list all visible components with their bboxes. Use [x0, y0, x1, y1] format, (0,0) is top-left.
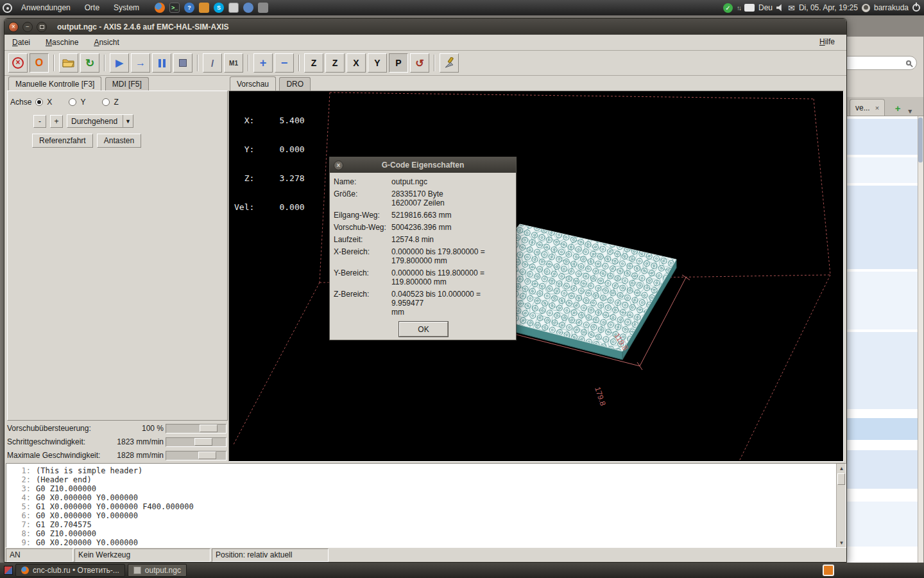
keyboard-indicator-icon[interactable]: [744, 4, 755, 12]
help-launcher-icon[interactable]: ?: [184, 3, 194, 13]
slider-handle[interactable]: [200, 425, 218, 432]
zoom-in-icon: +: [260, 57, 267, 70]
editor-launcher-icon[interactable]: [258, 3, 268, 13]
taskbar-item-browser[interactable]: cnc-club.ru • Ответить-...: [15, 564, 125, 577]
toolbar-separator: [434, 55, 435, 71]
user-icon[interactable]: [862, 4, 870, 12]
clock[interactable]: Di, 05. Apr, 19:25: [799, 3, 858, 12]
block-delete-toggle[interactable]: /: [203, 53, 222, 73]
jog-minus-button[interactable]: -: [33, 115, 46, 128]
menu-datei[interactable]: Datei: [4, 35, 38, 49]
update-ok-icon[interactable]: ✓: [723, 3, 733, 13]
window-titlebar[interactable]: × − output.ngc - AXIS 2.4.6 auf EMC-HAL-…: [4, 19, 846, 35]
reload-button[interactable]: ↻: [80, 53, 99, 73]
taskbar-notification-icon[interactable]: [823, 565, 834, 576]
tab-list-arrow-icon[interactable]: ▾: [908, 107, 912, 116]
menu-system[interactable]: System: [108, 0, 144, 15]
jog-mode-select[interactable]: Durchgehend ▼: [67, 114, 133, 128]
axis-y-label[interactable]: Y: [80, 98, 85, 107]
scroll-up-icon[interactable]: ▲: [837, 464, 846, 473]
view-z-button[interactable]: Z: [304, 53, 323, 73]
gcode-scroll-thumb[interactable]: [837, 473, 845, 485]
view-p-button[interactable]: P: [389, 53, 408, 73]
max-velocity-value: 1828 mm/min: [117, 451, 164, 460]
preview-3d-plot: 119.8 179.8: [229, 91, 843, 461]
menu-hilfe[interactable]: Hilfe: [812, 35, 843, 49]
firefox-launcher-icon[interactable]: [155, 3, 165, 13]
axis-x-radio[interactable]: [35, 98, 43, 106]
keyboard-layout-label[interactable]: Deu: [758, 3, 773, 12]
dialog-title: G-Code Eigenschaften: [343, 161, 502, 170]
zoom-in-button[interactable]: +: [253, 53, 273, 73]
dialog-titlebar[interactable]: × G-Code Eigenschaften: [330, 157, 516, 173]
touch-off-button[interactable]: Antasten: [97, 134, 141, 148]
axis-z-label[interactable]: Z: [114, 98, 118, 107]
tab-close-icon[interactable]: ×: [875, 104, 879, 112]
slider-handle[interactable]: [198, 451, 216, 459]
tab-manual-control[interactable]: Manuelle Kontrolle [F3]: [8, 76, 101, 91]
run-button[interactable]: ▶: [110, 53, 129, 73]
step-button[interactable]: →: [131, 53, 150, 73]
feed-override-slider[interactable]: [166, 424, 227, 434]
volume-icon[interactable]: [776, 4, 784, 12]
gcode-properties-dialog: × G-Code Eigenschaften Name:output.ngc G…: [329, 157, 517, 340]
window-minimize-button[interactable]: −: [22, 22, 33, 32]
view-x-button[interactable]: X: [346, 53, 366, 73]
axis-x-label[interactable]: X: [47, 98, 52, 107]
pause-button[interactable]: [152, 53, 171, 73]
keyboard-launcher-icon[interactable]: [228, 3, 239, 13]
menu-anwendungen[interactable]: Anwendungen: [16, 0, 76, 15]
tab-mdi[interactable]: MDI [F5]: [105, 77, 149, 91]
browser-scroll-thumb[interactable]: [918, 118, 923, 162]
window-close-button[interactable]: ×: [8, 22, 19, 32]
prop-row-runtime: Laufzeit:12574.8 min: [334, 235, 512, 244]
browser-scrollbar[interactable]: [918, 116, 923, 563]
new-tab-button[interactable]: +: [891, 103, 904, 116]
clear-plot-button[interactable]: [440, 53, 459, 73]
sync-arrows-icon[interactable]: ↑↓: [737, 4, 740, 12]
machine-power-button[interactable]: O: [30, 53, 49, 73]
files-launcher-icon[interactable]: [199, 3, 209, 13]
distro-logo-icon[interactable]: [3, 3, 12, 13]
power-icon[interactable]: [912, 4, 920, 12]
stop-button[interactable]: [173, 53, 193, 73]
gcode-scrollbar[interactable]: ▲ ▼: [836, 464, 846, 547]
zoom-out-button[interactable]: −: [275, 53, 294, 73]
axis-y-radio[interactable]: [69, 98, 76, 106]
step-icon: →: [135, 57, 146, 69]
jog-speed-slider[interactable]: [166, 437, 227, 447]
estop-button[interactable]: ×: [8, 53, 28, 73]
max-velocity-slider[interactable]: [166, 451, 227, 460]
optional-stop-toggle[interactable]: M1: [224, 53, 243, 73]
menu-ansicht[interactable]: Ansicht: [86, 35, 126, 49]
jog-plus-button[interactable]: +: [50, 115, 63, 128]
menu-maschine[interactable]: Maschine: [38, 35, 86, 49]
dialog-close-button[interactable]: ×: [334, 161, 343, 170]
user-menu[interactable]: barrakuda: [874, 3, 909, 12]
view-y-button[interactable]: Y: [368, 53, 387, 73]
view-p-icon: P: [395, 58, 401, 68]
slider-handle[interactable]: [194, 438, 212, 446]
axis-z-radio[interactable]: [102, 98, 110, 106]
max-velocity-label: Maximale Geschwindigkeit:: [7, 451, 100, 460]
mail-icon[interactable]: ✉: [788, 3, 795, 13]
scroll-down-icon[interactable]: ▼: [837, 538, 846, 547]
menu-orte[interactable]: Orte: [80, 0, 105, 15]
rotate-view-button[interactable]: ↺: [410, 53, 429, 73]
gcode-listing[interactable]: 1:(This is simple header) 2:(Header end)…: [6, 463, 846, 548]
skype-launcher-icon[interactable]: S: [214, 3, 224, 13]
home-axis-button[interactable]: Referenzfahrt: [32, 134, 93, 148]
search-icon: [906, 60, 911, 66]
browser-tab[interactable]: ve... ×: [850, 99, 885, 116]
tab-dro[interactable]: DRO: [279, 77, 311, 91]
network-launcher-icon[interactable]: [243, 3, 253, 13]
open-file-button[interactable]: [59, 53, 78, 73]
preview-canvas[interactable]: 119.8 179.8 X: 5.400 Y: 0.000 Z: 3.278 V…: [228, 91, 844, 462]
tab-vorschau[interactable]: Vorschau: [230, 76, 276, 91]
show-desktop-icon[interactable]: [4, 566, 13, 575]
window-maximize-button[interactable]: [37, 22, 47, 32]
view-z2-button[interactable]: Z: [325, 53, 345, 73]
ok-button[interactable]: OK: [399, 322, 448, 337]
taskbar-item-axis[interactable]: output.ngc: [128, 564, 187, 577]
terminal-launcher-icon[interactable]: >_: [169, 3, 180, 13]
